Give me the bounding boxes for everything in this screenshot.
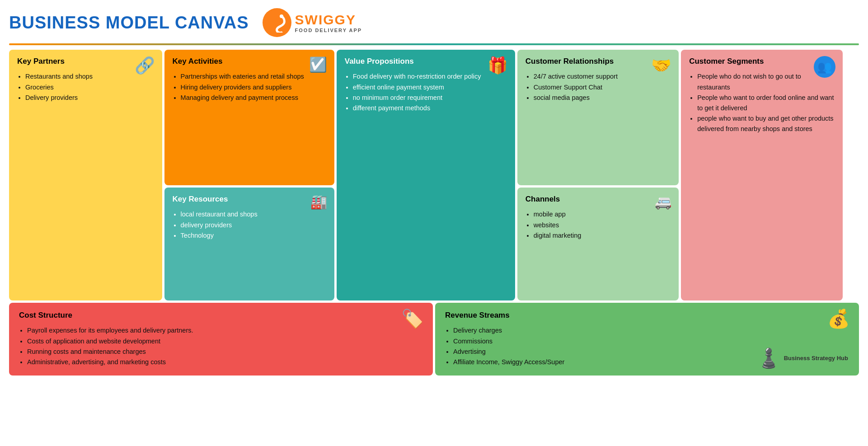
key-partners-list: Restaurants and shops Groceries Delivery… (17, 71, 154, 103)
value-prop-icon: 🎁 (488, 56, 508, 75)
customer-segments-cell: 👥 Customer Segments People who do not wi… (681, 50, 842, 300)
list-item: People who want to order food online and… (697, 93, 834, 113)
logo-name: SWIGGY (295, 12, 362, 28)
logo-area: SWIGGY FOOD DELIVERY APP (263, 8, 362, 37)
page-title: BUSINESS MODEL CANVAS (9, 13, 249, 33)
page-header: BUSINESS MODEL CANVAS SWIGGY FOOD DELIVE… (9, 8, 859, 37)
channels-cell: 🚐 Channels mobile app websites digital m… (517, 188, 679, 300)
key-activities-title: Key Activities (173, 57, 326, 66)
cost-structure-icon: 🏷️ (401, 308, 424, 329)
list-item: Hiring delivery providers and suppliers (181, 82, 326, 93)
cost-structure-list: Payroll expenses for its employees and d… (19, 325, 423, 367)
canvas-top-grid: 🔗 Key Partners Restaurants and shops Gro… (9, 50, 859, 300)
customer-rel-icon: 🤝 (651, 56, 671, 75)
list-item: social media pages (534, 93, 671, 103)
logo-text: SWIGGY FOOD DELIVERY APP (295, 12, 362, 33)
revenue-title: Revenue Streams (445, 311, 849, 320)
key-activities-list: Partnerships with eateries and retail sh… (173, 71, 326, 103)
revenue-streams-cell: 💰 Revenue Streams Delivery charges Commi… (435, 303, 859, 376)
key-resources-cell: 🏭 Key Resources local restaurant and sho… (164, 188, 334, 300)
header-divider (9, 43, 859, 45)
key-resources-icon: 🏭 (310, 194, 327, 210)
svg-point-0 (280, 14, 283, 18)
list-item: Costs of application and website develop… (27, 336, 423, 347)
value-propositions-cell: 🎁 Value Propositions Food delivery with … (337, 50, 515, 300)
list-item: people who want to buy and get other pro… (697, 113, 834, 134)
key-partners-icon: 🔗 (135, 56, 155, 75)
list-item: websites (534, 220, 671, 230)
list-item: 24/7 active customer support (534, 71, 671, 82)
list-item: Partnerships with eateries and retail sh… (181, 71, 326, 82)
list-item: efficient online payment system (353, 82, 507, 93)
key-resources-title: Key Resources (173, 195, 326, 204)
channels-list: mobile app websites digital marketing (525, 209, 671, 241)
list-item: different payment methods (353, 103, 507, 113)
list-item: Technology (181, 230, 326, 241)
list-item: local restaurant and shops (181, 209, 326, 220)
customer-seg-title: Customer Segments (689, 57, 834, 66)
watermark: ♟️ Business Strategy Hub (757, 347, 848, 369)
value-prop-list: Food delivery with no-restriction order … (345, 71, 507, 113)
list-item: Commissions (453, 336, 849, 347)
channels-icon: 🚐 (655, 194, 671, 210)
customer-seg-list: People who do not wish to go out to rest… (689, 71, 834, 134)
logo-icon (263, 8, 291, 37)
list-item: People who do not wish to go out to rest… (697, 71, 834, 92)
revenue-icon: 💰 (827, 308, 850, 329)
customer-relationships-cell: 🤝 Customer Relationships 24/7 active cus… (517, 50, 679, 185)
customer-seg-icon: 👥 (814, 56, 835, 78)
list-item: Administrative, advertising, and marketi… (27, 357, 423, 367)
list-item: Running costs and maintenance charges (27, 347, 423, 357)
key-partners-title: Key Partners (17, 57, 154, 66)
canvas-bottom-grid: 🏷️ Cost Structure Payroll expenses for i… (9, 303, 859, 376)
list-item: Delivery providers (25, 93, 154, 103)
list-item: Payroll expenses for its employees and d… (27, 325, 423, 336)
list-item: delivery providers (181, 220, 326, 230)
list-item: digital marketing (534, 230, 671, 241)
key-partners-cell: 🔗 Key Partners Restaurants and shops Gro… (9, 50, 162, 300)
key-activities-cell: ☑️ Key Activities Partnerships with eate… (164, 50, 334, 185)
list-item: Groceries (25, 82, 154, 93)
value-prop-title: Value Propositions (345, 57, 507, 66)
cost-structure-title: Cost Structure (19, 311, 423, 320)
list-item: Customer Support Chat (534, 82, 671, 93)
logo-subtitle: FOOD DELIVERY APP (295, 28, 362, 33)
channels-title: Channels (525, 195, 671, 204)
cost-structure-cell: 🏷️ Cost Structure Payroll expenses for i… (9, 303, 433, 376)
key-resources-list: local restaurant and shops delivery prov… (173, 209, 326, 241)
customer-rel-title: Customer Relationships (525, 57, 671, 66)
list-item: Delivery charges (453, 325, 849, 336)
list-item: Food delivery with no-restriction order … (353, 71, 507, 82)
key-activities-icon: ☑️ (309, 56, 327, 73)
list-item: no minimum order requirement (353, 93, 507, 103)
customer-rel-list: 24/7 active customer support Customer Su… (525, 71, 671, 103)
list-item: Managing delivery and payment process (181, 93, 326, 103)
list-item: mobile app (534, 209, 671, 220)
